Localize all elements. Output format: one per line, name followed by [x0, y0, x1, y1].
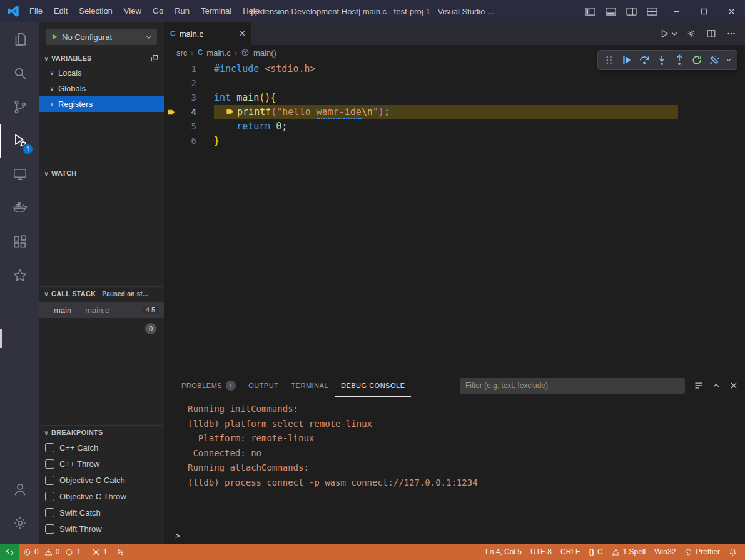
breakpoint-gutter[interactable]	[164, 105, 178, 119]
breakpoint-gutter[interactable]	[164, 62, 178, 76]
breakpoint-row[interactable]: Objective C Catch	[39, 472, 164, 488]
code-text[interactable]: return 0;	[214, 119, 678, 134]
menu-selection[interactable]: Selection	[73, 0, 118, 22]
close-button[interactable]	[717, 0, 745, 22]
gear-icon[interactable]	[686, 29, 696, 39]
variables-item-globals[interactable]: ∨Globals	[39, 81, 164, 96]
close-tab-icon[interactable]: ×	[240, 29, 245, 39]
language-mode[interactable]: {}C	[584, 544, 607, 560]
activitybar-extensions[interactable]	[0, 225, 39, 259]
activitybar-remote-explorer[interactable]	[0, 158, 39, 191]
breakpoint-row[interactable]: Objective C Throw	[39, 488, 164, 504]
code-text[interactable]: printf("hello wamr-ide\n");	[214, 105, 678, 119]
menu-view[interactable]: View	[118, 0, 147, 22]
platform[interactable]: Win32	[650, 544, 680, 560]
maximize-button[interactable]	[690, 0, 717, 22]
close-panel-icon[interactable]	[729, 381, 739, 391]
toggle-secondary-sidebar-icon[interactable]	[621, 0, 642, 22]
toggle-panel-icon[interactable]	[601, 0, 621, 22]
breakpoint-checkbox[interactable]	[45, 524, 54, 534]
tools-status[interactable]: 1	[88, 544, 112, 560]
activitybar-accounts[interactable]	[0, 472, 39, 506]
breakpoint-gutter[interactable]	[164, 134, 178, 148]
notifications-bell[interactable]	[724, 544, 741, 560]
breakpoint-row[interactable]: C++ Throw	[39, 456, 164, 472]
activitybar-docker[interactable]	[0, 191, 39, 225]
activitybar-source-control[interactable]	[0, 90, 39, 124]
panel-tab-output[interactable]: OUTPUT	[242, 374, 285, 397]
output-actions-icon[interactable]	[694, 381, 704, 391]
breakpoint-gutter[interactable]	[164, 119, 178, 134]
step-out-button[interactable]	[671, 52, 687, 68]
tree-item-label: Globals	[58, 84, 86, 93]
collapse-all-icon[interactable]	[150, 54, 159, 62]
step-over-button[interactable]	[636, 52, 652, 68]
watch-header[interactable]: ∨ WATCH	[39, 166, 164, 180]
debug-status[interactable]	[112, 544, 129, 560]
more-actions-icon[interactable]	[726, 29, 736, 39]
formatter[interactable]: Prettier	[680, 544, 724, 560]
code-text[interactable]: int main(){	[214, 91, 678, 105]
step-into-button[interactable]	[654, 52, 670, 68]
start-debugging-icon[interactable]	[50, 32, 59, 41]
customize-layout-icon[interactable]	[642, 0, 662, 22]
activitybar-explorer[interactable]	[0, 22, 39, 56]
breakpoint-gutter[interactable]	[164, 76, 178, 91]
spell-checker[interactable]: 1 Spell	[607, 544, 651, 560]
breakpoint-gutter[interactable]	[164, 91, 178, 105]
menu-run[interactable]: Run	[169, 0, 195, 22]
panel-tab-problems[interactable]: PROBLEMS1	[175, 374, 242, 397]
breakpoint-checkbox[interactable]	[45, 492, 54, 501]
menu-go[interactable]: Go	[147, 0, 169, 22]
problems-status[interactable]: 0 0 1	[19, 544, 88, 560]
call-stack-header[interactable]: ∨ CALL STACK Paused on st...	[39, 287, 164, 301]
activitybar-search[interactable]	[0, 56, 39, 90]
breadcrumb-file[interactable]: main.c	[206, 48, 230, 58]
encoding[interactable]: UTF-8	[526, 544, 556, 560]
remote-indicator[interactable]	[0, 544, 19, 560]
disconnect-button[interactable]	[706, 52, 722, 68]
menu-edit[interactable]: Edit	[48, 0, 73, 22]
panel-tab-debug-console[interactable]: DEBUG CONSOLE	[335, 374, 411, 397]
activitybar-favorites[interactable]	[0, 259, 39, 292]
editor-scrollbar[interactable]	[736, 60, 736, 374]
variables-header[interactable]: ∨ VARIABLES	[39, 51, 164, 65]
minimize-button[interactable]	[662, 0, 690, 22]
activitybar-settings[interactable]	[0, 506, 39, 540]
breakpoint-checkbox[interactable]	[45, 476, 54, 485]
activitybar-run-debug[interactable]: 1	[0, 124, 39, 158]
filter-input[interactable]	[460, 378, 685, 394]
restart-button[interactable]	[689, 52, 705, 68]
run-file-button[interactable]	[659, 29, 676, 39]
panel-tab-terminal[interactable]: TERMINAL	[285, 374, 335, 397]
breakpoints-header[interactable]: ∨ BREAKPOINTS	[39, 426, 164, 439]
code-text[interactable]: }	[214, 134, 678, 148]
menu-file[interactable]: File	[24, 0, 48, 22]
variables-item-locals[interactable]: ∨Locals	[39, 65, 164, 81]
breakpoint-checkbox[interactable]	[45, 459, 54, 469]
breakpoint-checkbox[interactable]	[45, 443, 54, 452]
tab-main-c[interactable]: C main.c ×	[164, 22, 251, 45]
stack-frame-row[interactable]: main main.c 4:5	[39, 302, 164, 318]
cursor-position[interactable]: Ln 4, Col 5	[481, 544, 526, 560]
toggle-sidebar-icon[interactable]	[580, 0, 601, 22]
chevron-down-icon[interactable]	[724, 52, 734, 68]
code-editor[interactable]: 1#include <stdio.h>23int main(){4 printf…	[164, 60, 745, 374]
breadcrumb-symbol[interactable]: main()	[253, 48, 276, 58]
breakpoint-row[interactable]: Swift Catch	[39, 504, 164, 521]
breakpoint-row[interactable]: C++ Catch	[39, 439, 164, 456]
split-editor-icon[interactable]	[706, 29, 716, 39]
eol[interactable]: CRLF	[556, 544, 584, 560]
debug-console-input[interactable]: >	[164, 528, 745, 544]
menu-terminal[interactable]: Terminal	[195, 0, 237, 22]
debug-config-dropdown[interactable]: No Configurat	[46, 29, 157, 45]
code-text[interactable]	[214, 76, 678, 91]
maximize-panel-icon[interactable]	[711, 381, 721, 391]
variables-item-registers[interactable]: ›Registers	[39, 96, 164, 112]
drag-handle-icon[interactable]	[601, 52, 617, 68]
breakpoint-checkbox[interactable]	[45, 508, 54, 518]
statusbar-left: 0 0 1 1	[0, 544, 129, 560]
breakpoint-row[interactable]: Swift Throw	[39, 521, 164, 537]
breadcrumb-folder[interactable]: src	[176, 48, 187, 58]
continue-button[interactable]	[619, 52, 635, 68]
